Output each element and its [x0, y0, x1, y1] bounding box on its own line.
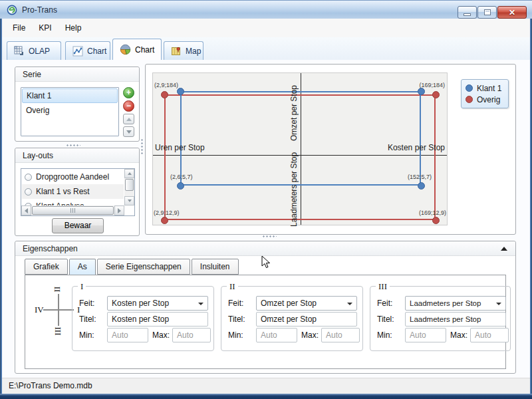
min-label: Min: — [228, 331, 243, 340]
titel-input-II[interactable]: Omzet per Stop — [256, 312, 357, 327]
minimize-button[interactable] — [458, 6, 477, 19]
min-input-II[interactable]: Auto — [256, 328, 297, 342]
max-input-I[interactable]: Auto — [172, 328, 211, 342]
tab-olap[interactable]: OLAP — [7, 41, 61, 60]
pie-chart-icon — [120, 44, 131, 55]
content-area: Serie Klant 1 Overig + − Lay-outs — [2, 60, 530, 378]
window-body: File KPI Help OLAP — [2, 19, 530, 394]
maximize-button[interactable] — [477, 6, 497, 19]
horizontal-splitter-main[interactable] — [262, 235, 277, 238]
min-input-III[interactable]: Auto — [405, 328, 446, 342]
compass-label-top: II — [52, 287, 63, 293]
vertical-scrollbar[interactable] — [124, 169, 134, 205]
max-label: Max: — [450, 331, 467, 340]
radio-icon[interactable] — [25, 174, 32, 181]
titel-label: Titel: — [377, 315, 394, 324]
max-input-III[interactable]: Auto — [470, 328, 509, 342]
right-arrow-icon — [118, 208, 121, 213]
tab-insluiten[interactable]: Insluiten — [192, 259, 239, 275]
feit-combobox-III[interactable]: Laadmeters per Stop — [405, 296, 506, 311]
layout-item-dropgrootte[interactable]: Dropgrootte Aandeel — [22, 170, 124, 184]
point-label: (2,6;5,7) — [170, 174, 193, 180]
statusbar: E:\ProTrans Demo.mdb — [2, 378, 530, 394]
data-point-klant1 — [177, 88, 184, 95]
menu-kpi[interactable]: KPI — [32, 21, 58, 35]
scroll-up-button[interactable] — [124, 169, 134, 178]
layout-item-klant1vsrest[interactable]: Klant 1 vs Rest — [22, 184, 124, 199]
app-window: Pro-Trans ✕ File KPI Help OLAP — [0, 0, 532, 399]
close-button[interactable]: ✕ — [497, 6, 527, 19]
horizontal-scrollbar[interactable] — [21, 205, 124, 215]
serie-list[interactable]: Klant 1 Overig — [21, 87, 119, 136]
remove-serie-button[interactable]: − — [123, 100, 134, 112]
layout-item-label: Dropgrootte Aandeel — [36, 172, 109, 182]
axis-label-bottom: Laadmeters per Stop — [289, 154, 300, 227]
chevron-down-icon — [496, 303, 501, 305]
vertical-scroll-thumb[interactable] — [125, 179, 134, 191]
serie-list-item-klant1[interactable]: Klant 1 — [22, 88, 118, 103]
layouts-list[interactable]: Dropgrootte Aandeel Klant 1 vs Rest Klan… — [21, 168, 135, 216]
mouse-cursor — [261, 255, 271, 269]
tab-as[interactable]: As — [69, 259, 96, 275]
serie-list-item-overig[interactable]: Overig — [22, 103, 118, 118]
close-icon: ✕ — [509, 8, 515, 17]
compass-label-left: IV — [35, 305, 44, 315]
compass-label-bottom: III — [53, 327, 63, 336]
axis-group-II: II Feit: Omzet per Stop Titel: Omzet per… — [221, 286, 363, 351]
chart-legend: Klant 1 Overig — [461, 79, 509, 108]
legend-dot-blue — [466, 84, 473, 92]
menu-file[interactable]: File — [6, 21, 32, 35]
series-rect-klant1 — [180, 91, 421, 186]
legend-dot-red — [466, 96, 473, 103]
titel-input-I[interactable]: Kosten per Stop — [107, 312, 208, 327]
down-arrow-icon — [126, 130, 132, 134]
compass-vertical-line — [58, 294, 59, 326]
add-serie-button[interactable]: + — [123, 87, 134, 98]
chart-panel: (2,9;184) (169;184) (2,6;5,7) (152;5,7) … — [145, 64, 516, 235]
as-tab-content: II I III IV I Feit: Kosten per Stop Tit — [25, 275, 506, 369]
scroll-right-button[interactable] — [114, 205, 124, 215]
feit-combobox-II[interactable]: Omzet per Stop — [256, 296, 357, 311]
tab-grafiek[interactable]: Grafiek — [25, 259, 68, 275]
tab-serie-eigenschappen[interactable]: Serie Eigenschappen — [97, 259, 190, 275]
tab-chart-pie-label: Chart — [135, 45, 154, 55]
horizontal-splitter-left[interactable] — [66, 144, 80, 147]
point-label: (152;5,7) — [408, 174, 432, 180]
radio-icon[interactable] — [25, 188, 32, 196]
axis-group-I-legend: I — [78, 281, 86, 292]
scroll-down-button[interactable] — [124, 196, 134, 205]
max-label: Max: — [152, 331, 170, 340]
collapse-arrow-icon[interactable] — [501, 247, 507, 251]
bewaar-button[interactable]: Bewaar — [52, 218, 104, 233]
tab-map[interactable]: Map — [164, 41, 203, 60]
up-arrow-icon — [126, 118, 132, 121]
titel-label: Titel: — [228, 315, 245, 324]
max-label: Max: — [301, 331, 319, 340]
legend-label: Overig — [477, 95, 500, 104]
tab-chart-line-label: Chart — [87, 47, 106, 56]
tab-map-label: Map — [186, 47, 201, 56]
feit-combobox-I[interactable]: Kosten per Stop — [107, 296, 208, 311]
data-point-overig — [432, 217, 440, 224]
move-up-button[interactable] — [123, 114, 134, 124]
vertical-splitter[interactable] — [140, 138, 144, 156]
data-point-klant1 — [177, 182, 184, 190]
max-input-II[interactable]: Auto — [321, 328, 360, 342]
chart-plot-area[interactable]: (2,9;184) (169;184) (2,6;5,7) (152;5,7) … — [152, 72, 448, 225]
tab-chart-pie[interactable]: Chart — [112, 39, 162, 60]
layout-item-label: Klant 1 vs Rest — [36, 187, 90, 196]
scroll-left-button[interactable] — [21, 205, 31, 215]
titlebar[interactable]: Pro-Trans ✕ — [0, 0, 532, 19]
horizontal-scroll-thumb[interactable] — [32, 206, 114, 215]
point-label: (2,9;184) — [154, 82, 178, 88]
olap-grid-icon — [14, 46, 25, 57]
menu-help[interactable]: Help — [59, 21, 88, 35]
properties-tabstrip: Grafiek As Serie Eigenschappen Insluiten — [25, 259, 240, 275]
min-input-I[interactable]: Auto — [107, 328, 148, 342]
titel-input-III[interactable]: Laadmeters per Stop — [405, 312, 506, 327]
minimize-icon — [464, 13, 471, 16]
window-title: Pro-Trans — [22, 5, 57, 15]
layout-item-klantanalyse[interactable]: Klant Analyse — [22, 199, 124, 205]
tab-chart-line[interactable]: Chart — [65, 41, 110, 60]
move-down-button[interactable] — [123, 126, 134, 137]
